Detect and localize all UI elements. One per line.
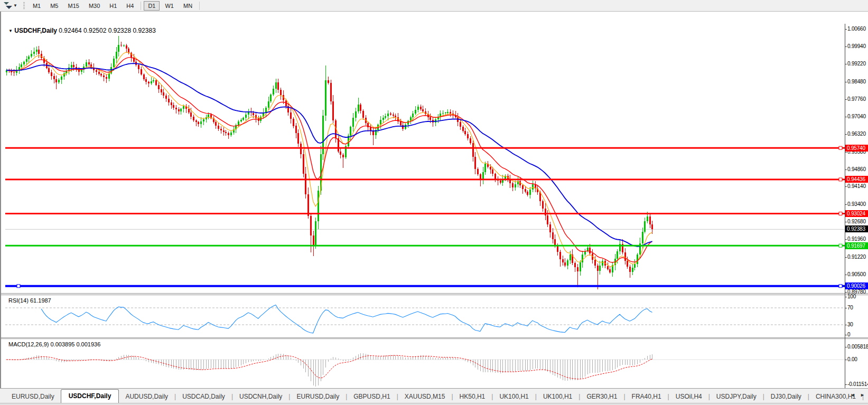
timeframe-button-m15[interactable]: M15 xyxy=(63,1,83,11)
candle-body xyxy=(559,252,561,259)
hline-handle[interactable] xyxy=(839,178,842,181)
candle-body xyxy=(415,110,416,113)
rsi-macd-splitter[interactable] xyxy=(1,337,868,339)
price-axis-line xyxy=(845,24,845,389)
chart-tab-xauusd-m15[interactable]: XAUUSD,M15 xyxy=(398,391,452,403)
hline-segment[interactable] xyxy=(5,285,845,287)
chart-tab-usdchf-daily[interactable]: USDCHF,Daily xyxy=(61,389,119,403)
hline-0.90026[interactable] xyxy=(5,285,845,288)
candle-body xyxy=(594,260,596,265)
candle-body xyxy=(297,133,299,144)
chart-tab-uk100-h1[interactable]: UK100,H1 xyxy=(537,391,578,403)
chart-tab-ger30-h1[interactable]: GER30,H1 xyxy=(580,391,623,403)
candle-body xyxy=(88,62,90,64)
candle-body xyxy=(602,261,603,266)
hline-handle[interactable] xyxy=(17,285,20,288)
candle-body xyxy=(240,120,242,122)
chart-tab-usdjpy-daily[interactable]: USDJPY,Daily xyxy=(710,391,763,403)
price-axis-label: 0.97040 xyxy=(847,114,866,119)
candle-body xyxy=(305,174,306,195)
chart-tab-eurusd-daily[interactable]: EURUSD,Daily xyxy=(5,391,61,403)
hline-0.93024[interactable] xyxy=(5,212,845,215)
chart-tab-audusd-daily[interactable]: AUDUSD,Daily xyxy=(119,391,174,403)
chart-tab-dj30-daily[interactable]: DJ30,Daily xyxy=(764,391,808,403)
ma-line-40 xyxy=(6,63,652,247)
chart-tab-gbpusd-h1[interactable]: GBPUSD,H1 xyxy=(347,391,396,403)
timeframe-button-mn[interactable]: MN xyxy=(179,1,197,11)
chart-tab-usoil-h4[interactable]: USOil,H4 xyxy=(669,391,708,403)
candle-body xyxy=(390,114,391,115)
symbol-label: USDCHF,Daily xyxy=(14,27,57,34)
hline-segment[interactable] xyxy=(5,178,845,180)
candle-body xyxy=(198,122,199,124)
timeframe-button-m5[interactable]: M5 xyxy=(46,1,62,11)
hline-0.91697[interactable] xyxy=(5,244,845,247)
rsi-indicator-plot[interactable] xyxy=(5,295,845,337)
price-axis-tick xyxy=(845,275,847,275)
timeframe-button-w1[interactable]: W1 xyxy=(161,1,178,11)
current-price-badge: 0.92383 xyxy=(845,225,868,232)
hline-segment[interactable] xyxy=(5,245,845,247)
candle-body xyxy=(515,184,516,187)
price-axis-tick xyxy=(845,257,847,258)
timeframe-button-m30[interactable]: M30 xyxy=(85,1,104,11)
candle-body xyxy=(118,45,119,52)
tab-scroll-right-icon[interactable]: ► xyxy=(860,392,865,398)
ma-line-14 xyxy=(6,58,652,262)
hline-handle[interactable] xyxy=(839,146,842,149)
macd-indicator-plot[interactable] xyxy=(5,339,845,389)
hline-segment[interactable] xyxy=(5,147,845,149)
candle-body xyxy=(120,45,122,45)
candle-body xyxy=(500,181,501,183)
timeframe-button-h4[interactable]: H4 xyxy=(122,1,138,11)
candle-body xyxy=(325,80,326,116)
candle-body xyxy=(175,108,177,109)
price-badge-0.90026: 0.90026 xyxy=(845,282,868,289)
price-badge-0.91697: 0.91697 xyxy=(845,242,868,249)
candle-body xyxy=(53,76,55,79)
candle-body xyxy=(470,138,471,144)
chart-tab-eurusd-daily[interactable]: EURUSD,Daily xyxy=(290,391,346,403)
price-axis-tick xyxy=(845,292,847,293)
timeframe-button-d1[interactable]: D1 xyxy=(144,1,160,11)
candle-body xyxy=(165,96,167,99)
hline-handle[interactable] xyxy=(839,285,842,288)
rsi-axis-tick xyxy=(845,308,847,308)
charts-dropdown-button[interactable]: ▼ xyxy=(2,2,19,10)
candle-body xyxy=(649,216,651,225)
candle-body xyxy=(330,83,332,101)
candle-body xyxy=(203,119,204,121)
candle-body xyxy=(562,259,564,262)
timeframe-button-m1[interactable]: M1 xyxy=(29,1,45,11)
chart-tab-usdcnh-daily[interactable]: USDCNH,Daily xyxy=(233,391,288,403)
chart-tab-fra40-h1[interactable]: FRA40,H1 xyxy=(626,391,668,403)
candle-body xyxy=(580,262,581,271)
price-axis-label: 0.94140 xyxy=(847,183,866,189)
candle-body xyxy=(462,127,464,131)
candle-body xyxy=(567,260,568,266)
price-chart-plot[interactable] xyxy=(5,24,845,294)
toolbar-grip[interactable] xyxy=(23,2,25,10)
chart-tab-uk100-h1[interactable]: UK100,H1 xyxy=(493,391,535,403)
candle-body xyxy=(225,132,227,134)
main-rsi-splitter[interactable] xyxy=(1,293,868,295)
candle-body xyxy=(310,216,312,236)
toolbar-separator xyxy=(199,2,200,10)
candle-body xyxy=(387,114,389,116)
candle-body xyxy=(545,209,546,216)
hline-handle[interactable] xyxy=(839,212,842,215)
candle-body xyxy=(220,129,222,130)
candle-body xyxy=(55,79,57,82)
chart-tab-hk50-h1[interactable]: HK50,H1 xyxy=(453,391,492,403)
hline-segment[interactable] xyxy=(5,213,845,214)
tab-scroll-left-icon[interactable]: ◄ xyxy=(850,392,855,398)
candle-body xyxy=(412,114,414,117)
rsi-label: RSI(14) 61.1987 xyxy=(8,297,51,304)
price-badge-0.94436: 0.94436 xyxy=(845,176,868,183)
hline-0.94436[interactable] xyxy=(5,178,845,181)
chart-tab-usdcad-daily[interactable]: USDCAD,Daily xyxy=(176,391,231,403)
timeframe-button-h1[interactable]: H1 xyxy=(105,1,121,11)
candle-body xyxy=(253,113,254,116)
hline-handle[interactable] xyxy=(839,244,842,247)
hline-0.95740[interactable] xyxy=(5,146,845,149)
